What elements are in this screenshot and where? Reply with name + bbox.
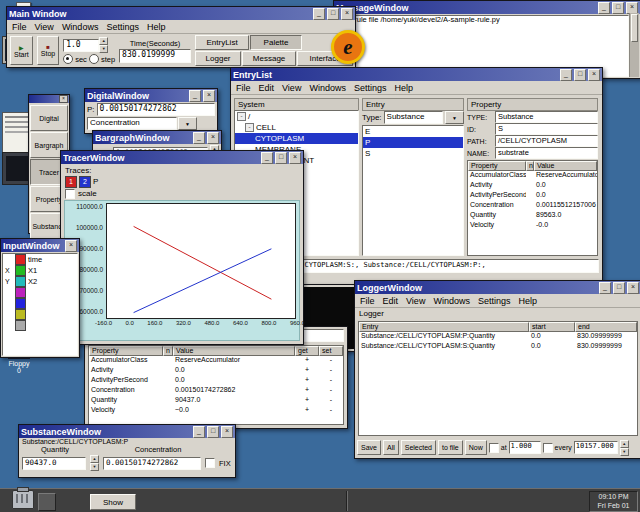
menu-file[interactable]: File	[12, 22, 27, 32]
menu-edit[interactable]: Edit	[259, 83, 275, 93]
close-icon[interactable]: ×	[203, 90, 215, 102]
input-trace-list[interactable]: time X X1 Y X2	[2, 253, 78, 356]
entry-item-p[interactable]: P	[363, 137, 463, 148]
entry-item-s[interactable]: S	[363, 148, 463, 159]
menu-settings[interactable]: Settings	[354, 83, 387, 93]
tree-item-cell[interactable]: - CELL	[235, 122, 358, 133]
palette-digital-button[interactable]: Digital	[30, 105, 68, 131]
color-swatch[interactable]	[15, 287, 26, 298]
maximize-icon[interactable]: □	[574, 69, 586, 81]
minimize-icon[interactable]: _	[193, 132, 205, 144]
step-size-stepper[interactable]: ▲▼	[99, 37, 108, 53]
start-button[interactable]: ▶ Start	[10, 36, 33, 65]
menu-view[interactable]: View	[406, 296, 425, 306]
trace-1-swatch[interactable]: 1	[65, 176, 77, 188]
minimize-icon[interactable]: _	[599, 282, 611, 294]
expander-icon[interactable]: -	[245, 123, 254, 132]
column-header[interactable]: set	[319, 346, 343, 356]
column-header[interactable]: Property	[89, 346, 163, 356]
menu-help[interactable]: Help	[518, 296, 537, 306]
entrylist-button[interactable]: EntryList	[195, 35, 249, 50]
minimize-icon[interactable]: _	[189, 90, 201, 102]
trace-row[interactable]: X X1	[3, 265, 77, 276]
menu-settings[interactable]: Settings	[478, 296, 511, 306]
main-window-titlebar[interactable]: Main Window _ □ ×	[7, 7, 355, 20]
chevron-down-icon[interactable]: ▼	[445, 111, 464, 124]
trace-row[interactable]: time	[3, 254, 77, 265]
menu-view[interactable]: View	[282, 83, 301, 93]
column-header[interactable]: start	[529, 322, 575, 332]
trace-row[interactable]	[3, 287, 77, 298]
trace-row[interactable]	[3, 298, 77, 309]
save-button[interactable]: Save	[357, 440, 381, 455]
stop-button[interactable]: ■ Stop	[37, 36, 59, 65]
input-window-titlebar[interactable]: InputWindow ×	[1, 239, 79, 252]
quantity-stepper[interactable]: ▲▼	[90, 455, 99, 471]
color-swatch[interactable]	[15, 309, 26, 320]
property-table[interactable]: Property n Value AccumulatorClass Reserv…	[467, 160, 598, 256]
menu-edit[interactable]: Edit	[383, 296, 399, 306]
column-header[interactable]: Property	[468, 161, 526, 171]
at-checkbox[interactable]	[489, 443, 499, 453]
expander-icon[interactable]: -	[237, 112, 246, 121]
menu-help[interactable]: Help	[394, 83, 413, 93]
menu-windows[interactable]: Windows	[433, 296, 470, 306]
step-radio[interactable]	[89, 54, 99, 64]
column-header[interactable]: n	[526, 161, 534, 171]
menu-file[interactable]: File	[360, 296, 375, 306]
chevron-down-icon[interactable]: ▼	[178, 117, 197, 130]
minimize-icon[interactable]: _	[313, 8, 325, 20]
plot-box[interactable]	[106, 203, 296, 319]
trace-row[interactable]	[3, 309, 77, 320]
trace-2-swatch[interactable]: 2	[79, 176, 91, 188]
close-icon[interactable]: ×	[341, 8, 353, 20]
every-checkbox[interactable]	[543, 443, 553, 453]
minimize-icon[interactable]: _	[598, 2, 610, 14]
column-header[interactable]: end	[575, 322, 637, 332]
every-value-input[interactable]: 10157.000	[574, 441, 618, 454]
maximize-icon[interactable]: □	[613, 282, 625, 294]
sec-radio[interactable]	[63, 54, 73, 64]
color-swatch[interactable]	[15, 254, 26, 265]
maximize-icon[interactable]: □	[612, 2, 624, 14]
at-value-input[interactable]: 1.000	[509, 441, 541, 454]
menu-windows[interactable]: Windows	[309, 83, 346, 93]
tracer-window-titlebar[interactable]: TracerWindow _ □ ×	[61, 151, 303, 164]
show-button[interactable]: Show	[90, 494, 136, 510]
maximize-icon[interactable]: □	[275, 152, 287, 164]
menu-settings[interactable]: Settings	[106, 22, 139, 32]
trash-icon[interactable]	[10, 486, 36, 510]
column-header[interactable]: n	[163, 346, 173, 356]
logger-button[interactable]: Logger	[195, 51, 241, 66]
every-stepper[interactable]: ▲▼	[620, 440, 629, 456]
logger-entry-cell[interactable]: Substance:/CELL/CYTOPLASM:P:Quantity	[359, 332, 529, 342]
trace-row[interactable]: Y X2	[3, 276, 77, 287]
type-selector[interactable]: Substance	[384, 111, 443, 124]
to-file-button[interactable]: to file	[438, 440, 463, 455]
property-table[interactable]: Property n Value get set AccumulatorClas…	[88, 345, 344, 425]
trace-row[interactable]	[3, 320, 77, 331]
palette-window-titlebar[interactable]: ×	[29, 95, 69, 103]
menu-file[interactable]: File	[236, 83, 251, 93]
close-icon[interactable]: ×	[627, 282, 639, 294]
column-header[interactable]: get	[295, 346, 319, 356]
property-selector[interactable]: Concentration	[87, 117, 177, 130]
logger-entry-cell[interactable]: Substance:/CELL/CYTOPLASM:S:Quantity	[359, 342, 529, 352]
digital-window-titlebar[interactable]: DigitalWindow _ ×	[85, 89, 217, 102]
minimize-icon[interactable]: _	[560, 69, 572, 81]
all-button[interactable]: All	[383, 440, 399, 455]
menu-windows[interactable]: Windows	[62, 22, 99, 32]
minimize-icon[interactable]: _	[193, 426, 205, 438]
color-swatch[interactable]	[15, 276, 26, 287]
maximize-icon[interactable]: □	[327, 8, 339, 20]
close-icon[interactable]: ×	[588, 69, 600, 81]
tree-item-root[interactable]: - /	[235, 111, 358, 122]
column-header[interactable]: Value	[534, 161, 597, 171]
step-size-input[interactable]: 1.0	[63, 39, 99, 52]
bargraph-window-titlebar[interactable]: BargraphWindow _ ×	[93, 131, 221, 144]
column-header[interactable]: Entry	[359, 322, 529, 332]
close-icon[interactable]: ×	[207, 132, 219, 144]
close-icon[interactable]: ×	[221, 426, 233, 438]
close-icon[interactable]: ×	[65, 240, 77, 252]
now-button[interactable]: Now	[465, 440, 487, 455]
